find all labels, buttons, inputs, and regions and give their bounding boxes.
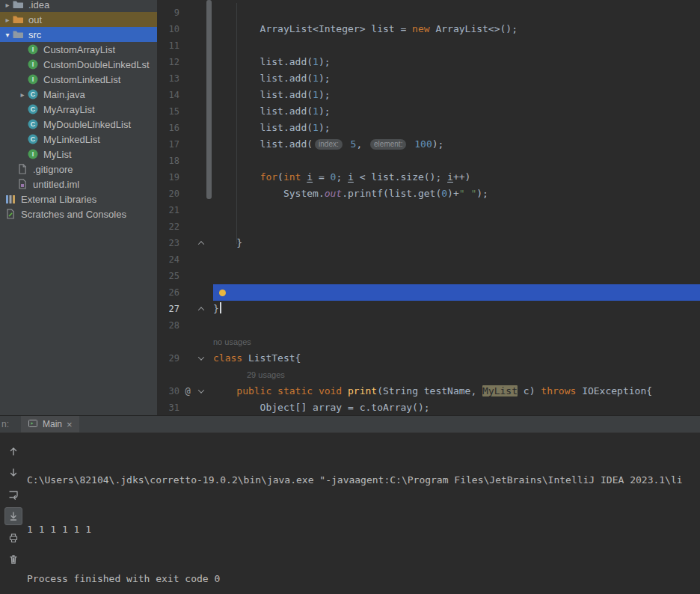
console-body: C:\Users\82104\.jdks\corretto-19.0.2\bin… — [0, 433, 700, 594]
print-button[interactable] — [4, 529, 22, 547]
code-line[interactable]: 17 list.add(index: 5, element: 100); — [157, 136, 700, 153]
code-line[interactable]: 25 — [157, 268, 700, 284]
close-icon[interactable]: × — [67, 420, 73, 429]
line-number[interactable]: 31 — [157, 399, 179, 415]
code-line[interactable]: 10 ArrayList<Integer> list = new ArrayLi… — [157, 21, 700, 37]
code-line[interactable]: 23 } — [157, 235, 700, 251]
line-number[interactable]: 21 — [157, 202, 179, 218]
line-number[interactable]: 27 — [157, 301, 179, 317]
code-line[interactable]: 24 — [157, 251, 700, 268]
line-number[interactable]: 17 — [157, 136, 179, 153]
tree-item-out[interactable]: ▸out — [0, 12, 157, 27]
tree-item-untitled-iml[interactable]: untitled.iml — [0, 177, 157, 192]
line-number[interactable]: 9 — [157, 4, 179, 21]
tree-item-mydoublelinkedlist[interactable]: CMyDoubleLinkedList — [0, 117, 157, 132]
code-line[interactable]: 14 list.add(1); — [157, 87, 700, 103]
code-line[interactable]: 12 list.add(1); — [157, 54, 700, 70]
code-line[interactable]: 19 for(int i = 0; i < list.size(); i++) — [157, 169, 700, 186]
code-line[interactable]: 18 — [157, 153, 700, 169]
line-number[interactable]: 14 — [157, 87, 179, 103]
line-number[interactable]: 10 — [157, 21, 179, 37]
usages-hint[interactable]: 29 usages — [247, 370, 285, 379]
soft-wrap-button[interactable] — [4, 486, 22, 503]
code-text — [213, 37, 700, 54]
fold-gutter — [196, 136, 206, 153]
tab-main[interactable]: Main × — [21, 416, 79, 432]
fold-marker-icon[interactable] — [196, 235, 206, 251]
tree-item-mylist[interactable]: IMyList — [0, 147, 157, 162]
usages-hint[interactable]: no usages — [213, 337, 251, 346]
code-line[interactable]: 31 Object[] array = c.toArray(); — [157, 399, 700, 415]
clear-button[interactable] — [4, 551, 22, 569]
editor[interactable]: 910 ArrayList<Integer> list = new ArrayL… — [157, 0, 700, 415]
fold-gutter — [196, 202, 206, 218]
tree-item-src[interactable]: ▾src — [0, 27, 157, 42]
tree-item-external-libraries[interactable]: External Libraries — [0, 192, 157, 206]
tree-item-label: MyDoubleLinkedList — [43, 119, 131, 130]
chevron-right-icon[interactable]: ▸ — [18, 91, 27, 99]
chevron-right-icon[interactable]: ▸ — [3, 1, 12, 9]
line-number[interactable]: 24 — [157, 251, 179, 268]
line-number[interactable]: 19 — [157, 169, 179, 186]
line-number[interactable]: 20 — [157, 186, 179, 202]
line-number[interactable]: 23 — [157, 235, 179, 251]
code-token: i — [348, 171, 354, 183]
code-line[interactable]: 29class ListTest{ — [157, 350, 700, 367]
line-number[interactable] — [157, 334, 179, 350]
fold-marker-icon[interactable] — [196, 383, 206, 399]
tree-item-scratches-and-consoles[interactable]: Scratches and Consoles — [0, 206, 157, 221]
line-number[interactable]: 12 — [157, 54, 179, 70]
line-number[interactable]: 29 — [157, 350, 179, 367]
tree-item-customarraylist[interactable]: ICustomArrayList — [0, 42, 157, 57]
scroll-to-end-button[interactable] — [4, 507, 22, 525]
line-number[interactable]: 11 — [157, 37, 179, 54]
code-line[interactable]: 26 — [157, 284, 700, 301]
arrow-up-button[interactable] — [4, 442, 22, 460]
code-line[interactable]: 20 System.out.printf(list.get(0)+" "); — [157, 186, 700, 202]
tree-item-main-java[interactable]: ▸CMain.java — [0, 87, 157, 102]
tree-item-idea[interactable]: ▸.idea — [0, 0, 157, 12]
code-text — [213, 218, 700, 235]
code-token: 1 — [313, 56, 319, 67]
code-line[interactable]: 27} — [157, 301, 700, 317]
code-line[interactable]: 28 — [157, 317, 700, 334]
line-number[interactable]: 30 — [157, 383, 179, 399]
code-line[interactable]: 11 — [157, 37, 700, 54]
line-number[interactable]: 26 — [157, 284, 179, 301]
tree-item-customlinkedlist[interactable]: ICustomLinkedList — [0, 72, 157, 87]
chevron-down-icon[interactable]: ▾ — [3, 31, 12, 39]
code-line[interactable]: 15 list.add(1); — [157, 103, 700, 120]
tree-item-gitignore[interactable]: .gitignore — [0, 162, 157, 177]
code-line[interactable]: 9 — [157, 4, 700, 21]
code-text: list.add(1); — [213, 87, 700, 103]
gutter: 16 — [157, 120, 206, 136]
code-line[interactable]: 16 list.add(1); — [157, 120, 700, 136]
intention-bulb-icon[interactable] — [219, 290, 226, 296]
console-tab-bar: n: Main × — [0, 416, 700, 433]
usage-hint-row: no usages — [157, 334, 700, 350]
tree-item-mylinkedlist[interactable]: CMyLinkedList — [0, 132, 157, 147]
line-number[interactable]: 22 — [157, 218, 179, 235]
tree-item-myarraylist[interactable]: CMyArrayList — [0, 102, 157, 117]
chevron-right-icon[interactable]: ▸ — [3, 16, 12, 24]
fold-marker-icon[interactable] — [196, 301, 206, 317]
gutter: 21 — [157, 202, 206, 218]
code-line[interactable]: 30@ public static void print(String test… — [157, 383, 700, 399]
code-line[interactable]: 13 list.add(1); — [157, 70, 700, 87]
line-number[interactable]: 18 — [157, 153, 179, 169]
arrow-down-button[interactable] — [4, 464, 22, 482]
line-number[interactable]: 25 — [157, 268, 179, 284]
line-number[interactable]: 16 — [157, 120, 179, 136]
line-number[interactable]: 28 — [157, 317, 179, 334]
fold-marker-icon[interactable] — [196, 350, 206, 367]
line-number[interactable] — [157, 367, 179, 383]
folder-icon — [12, 28, 24, 40]
code-line[interactable]: 22 — [157, 218, 700, 235]
code-token: (String testName, — [377, 385, 482, 396]
line-number[interactable]: 13 — [157, 70, 179, 87]
code-token: for — [260, 171, 277, 183]
line-number[interactable]: 15 — [157, 103, 179, 120]
tree-item-customdoublelinkedlst[interactable]: ICustomDoubleLinkedLst — [0, 57, 157, 72]
gutter — [157, 334, 206, 350]
code-line[interactable]: 21 — [157, 202, 700, 218]
